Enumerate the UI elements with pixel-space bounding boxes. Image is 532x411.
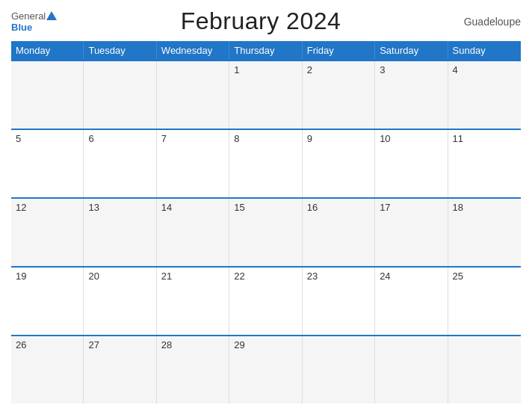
cell-w5-mon[interactable]: 26 bbox=[11, 336, 84, 404]
cell-w3-wed[interactable]: 14 bbox=[157, 199, 229, 266]
cell-w2-mon[interactable]: 5 bbox=[11, 130, 84, 197]
cell-w4-tue[interactable]: 20 bbox=[84, 268, 156, 335]
cell-w3-tue[interactable]: 13 bbox=[84, 199, 156, 266]
header-tuesday: Tuesday bbox=[84, 41, 156, 60]
cell-w3-sun[interactable]: 18 bbox=[448, 199, 521, 266]
calendar-header: Monday Tuesday Wednesday Thursday Friday… bbox=[11, 41, 521, 60]
week-5: 26 27 28 29 bbox=[11, 335, 521, 404]
cell-w5-thu[interactable]: 29 bbox=[229, 336, 302, 404]
calendar-page: General Blue February 2024 Guadeloupe Mo… bbox=[0, 0, 532, 411]
week-3: 12 13 14 15 16 17 18 bbox=[11, 197, 521, 266]
cell-w1-fri[interactable]: 2 bbox=[303, 61, 375, 129]
cell-w1-mon[interactable] bbox=[11, 61, 84, 129]
cell-w5-sat[interactable] bbox=[375, 336, 448, 404]
cell-w2-sun[interactable]: 11 bbox=[448, 130, 521, 197]
cell-w2-sat[interactable]: 10 bbox=[375, 130, 448, 197]
header-friday: Friday bbox=[303, 41, 375, 60]
logo: General Blue bbox=[11, 10, 58, 33]
cell-w2-thu[interactable]: 8 bbox=[229, 130, 302, 197]
cell-w1-thu[interactable]: 1 bbox=[229, 61, 302, 129]
calendar: Monday Tuesday Wednesday Thursday Friday… bbox=[11, 41, 521, 404]
week-1: 1 2 3 4 bbox=[11, 60, 521, 129]
cell-w3-mon[interactable]: 12 bbox=[11, 199, 84, 266]
header-thursday: Thursday bbox=[229, 41, 302, 60]
header-monday: Monday bbox=[11, 41, 84, 60]
cell-w4-thu[interactable]: 22 bbox=[229, 268, 302, 335]
cell-w2-fri[interactable]: 9 bbox=[303, 130, 375, 197]
cell-w3-fri[interactable]: 16 bbox=[303, 199, 375, 266]
calendar-body: 1 2 3 4 5 6 7 8 9 10 11 12 13 14 15 16 bbox=[11, 60, 521, 404]
cell-w4-sat[interactable]: 24 bbox=[375, 268, 448, 335]
month-title: February 2024 bbox=[181, 7, 341, 35]
cell-w5-sun[interactable] bbox=[448, 336, 521, 404]
header-saturday: Saturday bbox=[375, 41, 448, 60]
logo-triangle-icon bbox=[46, 11, 57, 20]
cell-w5-wed[interactable]: 28 bbox=[157, 336, 229, 404]
cell-w4-sun[interactable]: 25 bbox=[448, 268, 521, 335]
cell-w1-wed[interactable] bbox=[157, 61, 229, 129]
logo-blue: Blue bbox=[11, 22, 32, 33]
cell-w2-tue[interactable]: 6 bbox=[84, 130, 156, 197]
cell-w4-fri[interactable]: 23 bbox=[303, 268, 375, 335]
logo-general: General bbox=[11, 10, 46, 22]
cell-w5-fri[interactable] bbox=[303, 336, 375, 404]
cell-w1-tue[interactable] bbox=[84, 61, 156, 129]
cell-w3-thu[interactable]: 15 bbox=[229, 199, 302, 266]
week-4: 19 20 21 22 23 24 25 bbox=[11, 266, 521, 335]
country-label: Guadeloupe bbox=[464, 16, 521, 28]
cell-w4-wed[interactable]: 21 bbox=[157, 268, 229, 335]
header: General Blue February 2024 Guadeloupe bbox=[11, 7, 521, 35]
cell-w1-sat[interactable]: 3 bbox=[375, 61, 448, 129]
cell-w1-sun[interactable]: 4 bbox=[448, 61, 521, 129]
cell-w5-tue[interactable]: 27 bbox=[84, 336, 156, 404]
cell-w4-mon[interactable]: 19 bbox=[11, 268, 84, 335]
cell-w2-wed[interactable]: 7 bbox=[157, 130, 229, 197]
header-sunday: Sunday bbox=[448, 41, 521, 60]
header-wednesday: Wednesday bbox=[157, 41, 229, 60]
week-2: 5 6 7 8 9 10 11 bbox=[11, 129, 521, 197]
cell-w3-sat[interactable]: 17 bbox=[375, 199, 448, 266]
